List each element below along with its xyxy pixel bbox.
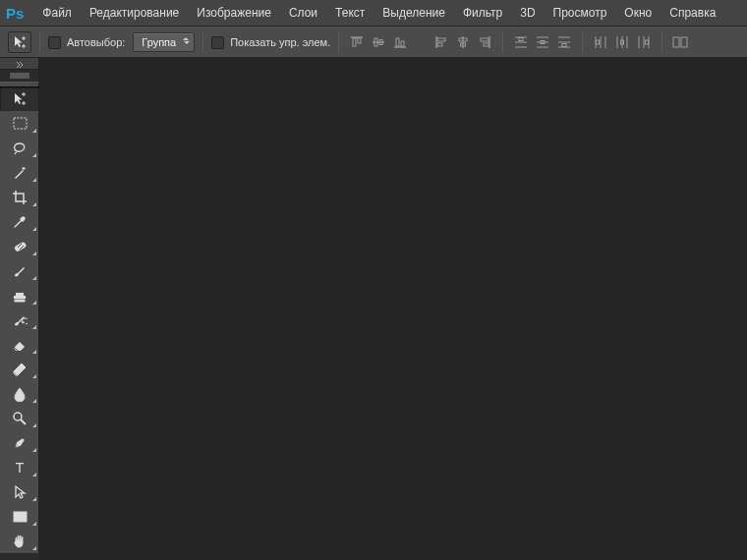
separator bbox=[661, 31, 662, 53]
align-vertical-centers-icon[interactable] bbox=[369, 32, 388, 52]
distribute-horizontal-group bbox=[591, 32, 654, 52]
tools-panel: T bbox=[0, 82, 39, 553]
svg-rect-42 bbox=[673, 37, 679, 47]
menu-help[interactable]: Справка bbox=[661, 1, 724, 25]
distribute-top-icon[interactable] bbox=[511, 32, 531, 52]
menu-3d[interactable]: 3D bbox=[511, 1, 544, 25]
distribute-right-icon[interactable] bbox=[634, 32, 654, 52]
svg-rect-2 bbox=[358, 38, 361, 43]
panel-grip[interactable] bbox=[0, 70, 39, 82]
show-transform-checkbox[interactable] bbox=[211, 36, 224, 49]
align-horizontal-centers-icon[interactable] bbox=[453, 32, 473, 52]
brush-tool[interactable] bbox=[0, 258, 39, 283]
svg-rect-51 bbox=[15, 300, 25, 302]
pen-tool[interactable] bbox=[0, 430, 39, 455]
blur-tool[interactable] bbox=[0, 381, 39, 406]
hand-tool[interactable] bbox=[0, 529, 39, 553]
svg-rect-33 bbox=[597, 40, 600, 44]
dropdown-value: Группа bbox=[142, 36, 176, 48]
distribute-vertical-group bbox=[511, 32, 574, 52]
menu-bar: Ps Файл Редактирование Изображение Слои … bbox=[0, 0, 747, 27]
auto-align-layers-icon[interactable] bbox=[670, 32, 690, 52]
separator bbox=[39, 31, 40, 53]
svg-rect-8 bbox=[401, 41, 404, 46]
auto-select-checkbox[interactable] bbox=[48, 36, 61, 49]
separator bbox=[582, 31, 583, 53]
svg-rect-7 bbox=[396, 38, 399, 46]
distribute-vcenter-icon[interactable] bbox=[533, 32, 552, 52]
move-tool[interactable] bbox=[0, 86, 39, 111]
auto-select-label: Автовыбор: bbox=[67, 36, 125, 48]
history-brush-tool[interactable] bbox=[0, 308, 39, 332]
menu-window[interactable]: Окно bbox=[615, 1, 661, 25]
panel-expand-toggle[interactable] bbox=[0, 58, 39, 70]
app-logo: Ps bbox=[6, 5, 24, 22]
svg-rect-1 bbox=[353, 38, 356, 46]
svg-rect-11 bbox=[437, 43, 442, 46]
separator bbox=[338, 31, 339, 53]
align-bottom-edges-icon[interactable] bbox=[390, 32, 410, 52]
magic-wand-tool[interactable] bbox=[0, 160, 39, 185]
svg-rect-29 bbox=[562, 44, 566, 47]
menu-text[interactable]: Текст bbox=[326, 1, 374, 25]
svg-rect-17 bbox=[484, 43, 488, 46]
canvas-area[interactable] bbox=[39, 58, 747, 560]
auto-select-target-dropdown[interactable]: Группа bbox=[133, 32, 195, 52]
crop-tool[interactable] bbox=[0, 185, 39, 209]
type-tool[interactable]: T bbox=[0, 455, 39, 479]
menu-filter[interactable]: Фильтр bbox=[454, 1, 511, 25]
svg-rect-48 bbox=[15, 242, 27, 252]
distribute-bottom-icon[interactable] bbox=[554, 32, 574, 52]
menu-view[interactable]: Просмотр bbox=[545, 1, 616, 25]
gradient-tool[interactable] bbox=[0, 357, 39, 381]
menu-image[interactable]: Изображение bbox=[188, 1, 280, 25]
align-left-edges-icon[interactable] bbox=[431, 32, 451, 52]
svg-rect-41 bbox=[646, 40, 649, 44]
svg-text:T: T bbox=[16, 461, 25, 475]
auto-select-option[interactable]: Автовыбор: bbox=[48, 36, 125, 49]
align-right-edges-icon[interactable] bbox=[475, 32, 494, 52]
svg-rect-10 bbox=[437, 38, 445, 41]
marquee-tool[interactable] bbox=[0, 111, 39, 136]
options-bar: Автовыбор: Группа Показать упр. элем. bbox=[0, 27, 747, 58]
current-tool-indicator[interactable] bbox=[8, 31, 31, 53]
distribute-hcenter-icon[interactable] bbox=[612, 32, 632, 52]
svg-rect-43 bbox=[681, 37, 687, 47]
lasso-tool[interactable] bbox=[0, 136, 39, 160]
rectangle-tool[interactable] bbox=[0, 504, 39, 529]
menu-layers[interactable]: Слои bbox=[280, 1, 326, 25]
menu-file[interactable]: Файл bbox=[33, 1, 81, 25]
path-selection-tool[interactable] bbox=[0, 479, 39, 504]
svg-rect-21 bbox=[519, 38, 523, 41]
menu-edit[interactable]: Редактирование bbox=[81, 1, 188, 25]
svg-rect-55 bbox=[14, 512, 27, 522]
menu-select[interactable]: Выделение bbox=[374, 1, 454, 25]
separator bbox=[202, 31, 203, 53]
align-edges-group bbox=[347, 32, 410, 52]
show-transform-option[interactable]: Показать упр. элем. bbox=[211, 36, 330, 49]
distribute-left-icon[interactable] bbox=[591, 32, 610, 52]
svg-rect-16 bbox=[481, 38, 488, 41]
healing-brush-tool[interactable] bbox=[0, 234, 39, 258]
separator bbox=[502, 31, 503, 53]
eyedropper-tool[interactable] bbox=[0, 209, 39, 234]
dodge-tool[interactable] bbox=[0, 406, 39, 430]
align-top-edges-icon[interactable] bbox=[347, 32, 367, 52]
clone-stamp-tool[interactable] bbox=[0, 283, 39, 308]
svg-point-52 bbox=[14, 413, 22, 420]
align-horizontal-group bbox=[431, 32, 494, 52]
svg-rect-47 bbox=[14, 118, 27, 129]
eraser-tool[interactable] bbox=[0, 332, 39, 357]
svg-line-53 bbox=[21, 420, 26, 424]
show-transform-label: Показать упр. элем. bbox=[230, 36, 330, 48]
